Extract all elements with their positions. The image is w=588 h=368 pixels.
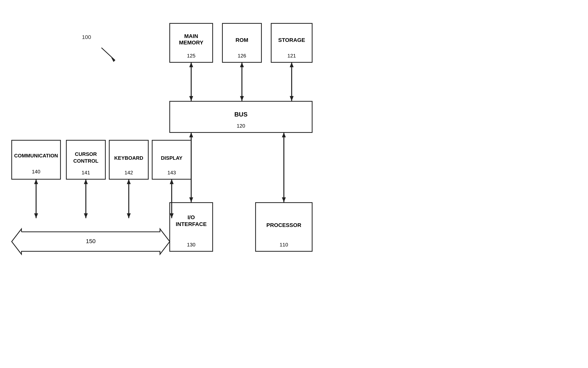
svg-text:DISPLAY: DISPLAY [161, 155, 183, 161]
svg-marker-42 [290, 62, 294, 67]
svg-text:141: 141 [82, 170, 90, 175]
svg-marker-37 [189, 96, 193, 101]
svg-text:MEMORY: MEMORY [179, 39, 203, 46]
svg-marker-46 [189, 197, 193, 202]
diagram-svg: MAIN MEMORY 125 ROM 126 STORAGE 121 BUS … [0, 0, 588, 368]
svg-text:126: 126 [238, 53, 246, 59]
svg-text:I/O: I/O [187, 214, 195, 220]
svg-text:BUS: BUS [234, 111, 248, 118]
svg-text:MAIN: MAIN [184, 33, 198, 39]
svg-text:121: 121 [287, 53, 296, 59]
svg-marker-60 [170, 179, 174, 184]
svg-text:125: 125 [187, 53, 195, 59]
svg-text:130: 130 [187, 242, 195, 248]
svg-text:INTERFACE: INTERFACE [176, 221, 207, 227]
svg-marker-58 [127, 213, 131, 218]
svg-line-0 [101, 48, 115, 60]
svg-text:CONTROL: CONTROL [73, 158, 98, 164]
svg-text:142: 142 [125, 170, 133, 175]
svg-marker-43 [290, 96, 294, 101]
svg-text:COMMUNICATION: COMMUNICATION [14, 153, 58, 159]
svg-text:140: 140 [32, 169, 40, 175]
svg-marker-36 [189, 62, 193, 67]
svg-text:PROCESSOR: PROCESSOR [267, 222, 301, 228]
svg-text:120: 120 [237, 123, 245, 129]
svg-text:KEYBOARD: KEYBOARD [114, 155, 143, 161]
svg-marker-57 [127, 179, 131, 184]
svg-marker-54 [84, 179, 88, 184]
svg-text:CURSOR: CURSOR [75, 151, 97, 157]
svg-marker-39 [240, 62, 244, 67]
svg-marker-51 [34, 179, 38, 184]
svg-text:110: 110 [280, 242, 288, 248]
svg-text:STORAGE: STORAGE [278, 37, 305, 43]
svg-text:ROM: ROM [235, 37, 248, 43]
svg-marker-48 [282, 132, 286, 137]
svg-text:143: 143 [167, 170, 176, 175]
svg-marker-55 [84, 213, 88, 218]
svg-marker-40 [240, 96, 244, 101]
diagram: 100 MAIN MEMORY 125 ROM 126 STORAGE 121 … [0, 0, 588, 368]
svg-text:150: 150 [86, 238, 96, 244]
svg-marker-45 [189, 132, 193, 137]
svg-marker-52 [34, 213, 38, 218]
svg-marker-49 [282, 197, 286, 202]
